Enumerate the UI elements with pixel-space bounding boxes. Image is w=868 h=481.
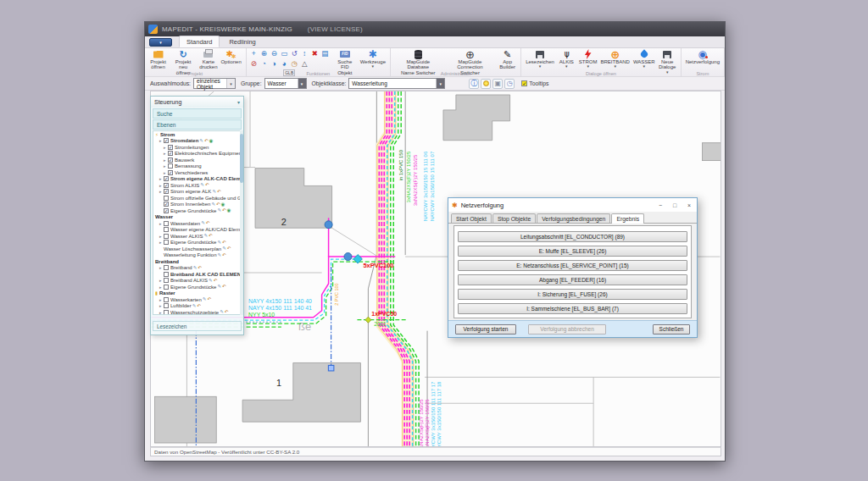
netzverfolgung-button[interactable]: Netzverfolgung bbox=[684, 49, 721, 64]
karte-drucken-button[interactable]: Karte drucken bbox=[198, 49, 219, 70]
application-menu-button[interactable]: ▾ bbox=[149, 38, 172, 47]
wasser-button[interactable]: WASSER▾ bbox=[632, 49, 657, 69]
ribbon-tab-redlining[interactable]: Redlining bbox=[221, 36, 263, 47]
maximize-button[interactable]: □ bbox=[670, 202, 679, 208]
zoom-scale-icon[interactable]: ↕ bbox=[300, 49, 309, 58]
zoom-selection-icon[interactable]: ◕ bbox=[280, 59, 289, 69]
edit-icon[interactable]: ✎ bbox=[200, 183, 204, 188]
edit-icon[interactable]: ✎ bbox=[209, 279, 213, 284]
edit-icon[interactable]: ✎ bbox=[192, 304, 197, 309]
clock-icon[interactable]: ◷ bbox=[504, 79, 515, 89]
edit-icon[interactable]: ✎ bbox=[212, 190, 216, 195]
layer-checkbox[interactable] bbox=[164, 227, 169, 232]
edit-icon[interactable]: ✎ bbox=[217, 208, 221, 213]
layer-item-breitband-alkis[interactable]: ▸Breitband ALKIS✎↶ bbox=[153, 278, 241, 285]
dialog-tab-ergebnis[interactable]: Ergebnis bbox=[611, 213, 644, 224]
projekt-öffnen-button[interactable]: Projekt öffnen bbox=[147, 49, 169, 70]
optionen-button[interactable]: Optionen bbox=[219, 49, 242, 64]
edit-icon[interactable]: ✎ bbox=[211, 202, 215, 207]
layer-item-bauwerk[interactable]: ▸✓Bauwerk bbox=[153, 157, 241, 163]
result-item[interactable]: I: Sicherung [EL_FUSE] (26) bbox=[458, 289, 687, 300]
layer-checkbox[interactable] bbox=[164, 272, 169, 277]
layer-item-wasser-eigene-alk-cad-elemente[interactable]: Wasser eigene ALK/CAD Elemente bbox=[153, 227, 241, 234]
layer-item-strom-innenleben[interactable]: ✓Strom Innenleben✎↶◉ bbox=[153, 202, 241, 208]
undo-icon[interactable]: ↶ bbox=[207, 297, 211, 302]
history-icon[interactable]: ◷ bbox=[290, 59, 299, 69]
result-item[interactable]: Abgang [EL_FEEDER] (16) bbox=[458, 274, 687, 285]
window-icon[interactable]: ▣ bbox=[492, 79, 503, 89]
alkis-button[interactable]: ALKIS▾ bbox=[556, 49, 577, 69]
layer-section-raster[interactable]: ▮Raster bbox=[153, 290, 241, 297]
result-item[interactable]: Leitungsabschnitt [EL_CONDUCTOR] (89) bbox=[458, 231, 687, 242]
layer-checkbox[interactable]: ✓ bbox=[164, 176, 169, 181]
layer-checkbox[interactable]: ✓ bbox=[164, 189, 169, 194]
layer-checkbox[interactable] bbox=[168, 163, 173, 169]
section-lesezeichen[interactable]: Lesezeichen bbox=[153, 321, 242, 331]
section-ebenen[interactable]: Ebenen bbox=[153, 119, 242, 130]
layer-section-wasser[interactable]: Wasser bbox=[153, 214, 241, 221]
undo-icon[interactable]: ↶ bbox=[222, 285, 226, 290]
objektklasse-select[interactable]: Wasserleitung ▾ bbox=[348, 78, 445, 89]
edit-icon[interactable]: ✎ bbox=[201, 221, 205, 226]
undo-icon[interactable]: ↶ bbox=[225, 310, 229, 315]
edit-icon[interactable]: ✎ bbox=[217, 253, 221, 258]
layer-checkbox[interactable] bbox=[164, 265, 169, 270]
undo-icon[interactable]: ↶ bbox=[197, 304, 201, 309]
scrollbar-thumb[interactable] bbox=[240, 134, 243, 183]
layer-checkbox[interactable]: ✓ bbox=[168, 145, 173, 150]
section-suche[interactable]: Suche bbox=[153, 108, 242, 119]
result-item[interactable]: I: Sammelschiene [EL_BUS_BAR] (7) bbox=[458, 303, 687, 314]
layer-checkbox[interactable]: ✓ bbox=[164, 138, 169, 143]
layer-checkbox[interactable] bbox=[164, 278, 169, 283]
undo-icon[interactable]: ↶ bbox=[206, 221, 210, 226]
delete-icon[interactable]: ✖ bbox=[310, 49, 320, 58]
tooltips-checkbox[interactable]: ✓ bbox=[521, 80, 527, 86]
fid-select-icon[interactable]: ▤ bbox=[320, 49, 330, 58]
edit-icon[interactable]: ✎ bbox=[203, 234, 208, 239]
edit-icon[interactable]: ✎ bbox=[193, 266, 198, 271]
layer-checkbox[interactable]: ✓ bbox=[164, 183, 169, 188]
layer-checkbox[interactable] bbox=[164, 303, 169, 308]
strom-button[interactable]: STROM▾ bbox=[577, 49, 599, 69]
minimize-button[interactable]: − bbox=[656, 202, 665, 208]
undo-icon[interactable]: ↶ bbox=[222, 208, 226, 213]
edit-icon[interactable]: ✎ bbox=[217, 285, 221, 290]
layer-checkbox[interactable] bbox=[164, 297, 169, 302]
layer-item-eigene-grundstücke[interactable]: ▸Eigene Grundstücke✎↶ bbox=[153, 284, 241, 290]
layer-item-elektrotechnisches-equipment[interactable]: ▸✓Elektrotechnisches Equipment bbox=[153, 151, 241, 158]
undo-icon[interactable]: ↶ bbox=[222, 253, 226, 258]
layer-checkbox[interactable]: ✓ bbox=[164, 208, 169, 213]
zoom-minus-icon[interactable]: ⊘ bbox=[249, 59, 259, 69]
layer-section-strom[interactable]: ⚡Strom bbox=[153, 131, 241, 138]
layer-item-verschiedenes[interactable]: ▸✓Verschiedenes bbox=[153, 169, 241, 176]
collapse-icon[interactable]: ▾ bbox=[237, 99, 240, 105]
lesezeichen-button[interactable]: Lesezeichen▾ bbox=[524, 49, 556, 69]
undo-icon[interactable]: ↶ bbox=[198, 266, 202, 271]
edit-icon[interactable]: ✎ bbox=[220, 310, 224, 315]
layer-item-wasser-löschwasserplan[interactable]: Wasser Löschwasserplan✎↶ bbox=[153, 246, 241, 252]
measure-icon[interactable]: △ bbox=[300, 59, 309, 69]
layer-item-breitband[interactable]: ▸Breitband✎↶ bbox=[153, 265, 241, 272]
layer-item-wasserleitung-funktion[interactable]: Wasserleitung Funktion✎↶ bbox=[153, 252, 241, 259]
breitband-button[interactable]: BREITBAND▾ bbox=[599, 49, 632, 69]
pan-icon[interactable]: + bbox=[249, 49, 259, 58]
layer-item-wasserdaten[interactable]: ▸Wasserdaten✎↶ bbox=[153, 220, 241, 227]
layer-checkbox[interactable] bbox=[164, 196, 169, 201]
layer-item-strom-alkis[interactable]: ▸✓Strom ALKIS✎↶ bbox=[153, 182, 241, 189]
layer-checkbox[interactable] bbox=[164, 221, 169, 226]
layer-checkbox[interactable] bbox=[164, 240, 169, 245]
layer-item-wasser-alkis[interactable]: ▸Wasser ALKIS✎↶ bbox=[153, 233, 241, 240]
layer-checkbox[interactable]: ✓ bbox=[164, 202, 169, 207]
result-item[interactable]: E: Netzanschluss [EL_SERVICE_POINT] (15) bbox=[458, 260, 687, 271]
layer-checkbox[interactable]: ✓ bbox=[168, 151, 173, 156]
layer-item-stromdaten[interactable]: ▸✓Stromdaten✎↶◉ bbox=[153, 138, 241, 145]
layer-item-eigene-grundstücke[interactable]: ▸Eigene Grundstücke✎↶ bbox=[153, 240, 241, 246]
close-button[interactable]: × bbox=[685, 202, 693, 208]
layer-item-eigene-grundstücke[interactable]: ✓Eigene Grundstücke✎↶◉ bbox=[153, 207, 241, 214]
undo-icon[interactable]: ↶ bbox=[217, 190, 221, 195]
layer-item-strom-eigene-alk-cad-elemente[interactable]: ▸✓Strom eigene ALK-CAD Elemente✎ bbox=[153, 176, 241, 183]
layer-item-stromleitungen[interactable]: ▸✓Stromleitungen bbox=[153, 144, 241, 151]
undo-icon[interactable]: ↶ bbox=[227, 246, 231, 252]
undo-icon[interactable]: ↶ bbox=[222, 240, 226, 246]
layer-checkbox[interactable]: ✓ bbox=[168, 158, 173, 163]
